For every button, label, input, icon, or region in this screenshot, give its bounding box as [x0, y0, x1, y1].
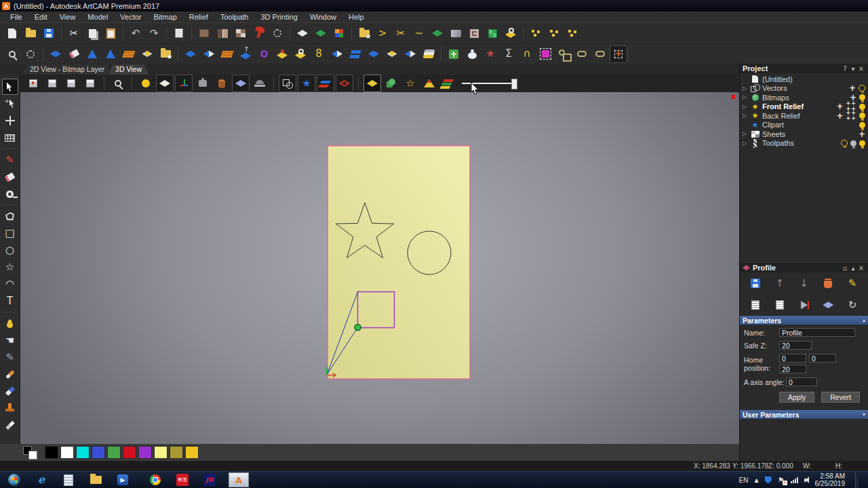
add-layers-icon[interactable]: ++++ [846, 110, 856, 121]
parameters-header[interactable]: Parameters ▴ [740, 316, 868, 325]
home-z-input[interactable] [779, 365, 806, 373]
relief-layers-icon[interactable] [317, 75, 334, 92]
profile-notes-icon[interactable] [771, 296, 789, 314]
calculate-icon[interactable] [747, 296, 764, 314]
white-half-icon[interactable] [401, 45, 419, 63]
smudge-icon[interactable]: ☚ [2, 332, 18, 348]
menu-bitmap[interactable]: Bitmap [148, 13, 183, 21]
weld-vectors-icon[interactable] [555, 45, 572, 63]
show-pyramid-icon[interactable] [420, 75, 438, 92]
color-swatch[interactable] [154, 446, 167, 459]
raise-relief-icon[interactable] [237, 45, 254, 63]
tab-3d-view[interactable]: 3D View [108, 64, 149, 75]
help-icon[interactable]: ? [841, 65, 849, 73]
visibility-bulb-icon[interactable] [859, 122, 865, 128]
create-shape-icon[interactable] [463, 45, 481, 63]
star-icon[interactable]: ☆ [2, 259, 18, 275]
vector-mirror-icon[interactable] [294, 24, 311, 42]
erase-relief-icon[interactable] [2, 383, 18, 399]
primary-secondary-swatch[interactable] [23, 445, 43, 460]
menu-help[interactable]: Help [342, 13, 370, 21]
arch-tool-icon[interactable]: ∩ [518, 45, 536, 63]
redo-icon[interactable]: ↷ [145, 24, 163, 42]
artcam-taskbar-button[interactable]: A [228, 472, 250, 487]
home-y-input[interactable] [809, 354, 836, 363]
view-side-icon[interactable] [62, 75, 80, 92]
show-vectors-icon[interactable] [382, 75, 400, 92]
menu-view[interactable]: View [54, 13, 82, 21]
material-block-icon[interactable] [213, 75, 231, 92]
menu-model[interactable]: Model [81, 13, 114, 21]
interactive-sculpting-icon[interactable] [447, 24, 465, 42]
show-material-icon[interactable] [363, 75, 381, 92]
erase-vector-icon[interactable] [2, 169, 18, 185]
color-swatch[interactable] [170, 446, 183, 459]
nest-vectors-icon[interactable] [527, 24, 545, 42]
menu-window[interactable]: Window [304, 13, 342, 21]
trim-vectors-icon[interactable]: ✂ [392, 24, 410, 42]
zoom-objects-icon[interactable] [3, 45, 21, 63]
file-explorer-button[interactable] [87, 472, 104, 487]
offset-yellow-icon[interactable] [502, 24, 519, 42]
calculator-button[interactable] [60, 472, 77, 487]
find-clipart-icon[interactable]: ☆ [401, 75, 419, 92]
close-icon[interactable]: × [857, 264, 865, 272]
notes-icon[interactable] [170, 24, 188, 42]
show-layers-icon[interactable] [439, 75, 457, 92]
visibility-bulb-icon[interactable] [841, 140, 848, 146]
jd-button[interactable]: JD [201, 472, 218, 487]
view-front-icon[interactable] [81, 75, 99, 92]
expand-arrow-icon[interactable]: ▷ [741, 85, 748, 92]
rotate-objects-icon[interactable] [22, 45, 39, 63]
color-swatch[interactable] [138, 446, 152, 459]
add-icon[interactable]: + [837, 102, 844, 110]
paint-relief-icon[interactable] [2, 315, 18, 331]
a-axis-input[interactable] [786, 378, 817, 386]
node-editing-icon[interactable] [2, 96, 18, 112]
pin-icon[interactable]: ▾ [849, 65, 857, 73]
weave-flat-icon[interactable] [218, 45, 236, 63]
cut-icon[interactable]: ✂ [65, 24, 83, 42]
close-icon[interactable]: × [857, 65, 865, 73]
sculpt-cones-icon[interactable] [102, 45, 119, 63]
expand-arrow-icon[interactable]: ▷ [741, 140, 748, 146]
relief-clipart-icon[interactable] [157, 45, 174, 63]
measure-icon[interactable] [2, 186, 18, 202]
expand-arrow-icon[interactable]: ▷ [741, 113, 748, 119]
color-swatch[interactable] [185, 446, 199, 459]
transform-mode-icon[interactable] [610, 45, 627, 63]
menu-vector[interactable]: Vector [114, 13, 147, 21]
color-swatch[interactable] [107, 446, 121, 459]
visibility-bulb-icon[interactable] [859, 104, 865, 110]
node-handle[interactable] [355, 325, 361, 331]
menu-toolpath[interactable]: Toolpath [214, 13, 255, 21]
fit-arcs-icon[interactable]: ~ [410, 24, 428, 42]
ring-purple-icon[interactable] [255, 45, 273, 63]
zoom-view-icon[interactable] [109, 75, 127, 92]
split-layers-icon[interactable] [347, 45, 364, 63]
export-profile-icon[interactable] [795, 296, 813, 314]
action-center-flag-icon[interactable]: ⚑ [778, 476, 785, 484]
tree-item-vectors[interactable]: ▷ Vectors + [741, 84, 868, 94]
visibility-bulb-icon[interactable] [859, 140, 865, 146]
sweep-profile-icon[interactable]: Σ [500, 45, 517, 63]
collapse-icon[interactable]: ▴ [849, 264, 857, 272]
show-desktop-button[interactable] [855, 472, 859, 488]
open-file-icon[interactable] [22, 24, 39, 42]
offset-relief-icon[interactable] [429, 24, 446, 42]
clock[interactable]: 2:58 AM 6/25/2019 [815, 472, 846, 487]
visibility-bulb-icon[interactable] [859, 94, 865, 100]
airbrush-icon[interactable]: ✎ [2, 349, 18, 365]
paste-region-icon[interactable] [536, 45, 554, 63]
draw-plane-icon[interactable] [156, 75, 174, 92]
toggle-origin-icon[interactable] [175, 75, 193, 92]
arc-icon[interactable]: ◠ [2, 276, 18, 292]
copy-icon[interactable] [83, 24, 101, 42]
dock-icon[interactable]: ▫ [841, 264, 849, 272]
move-down-icon[interactable]: ↓ [795, 274, 813, 292]
shape-editor-icon[interactable] [47, 45, 64, 63]
star-relief-icon[interactable] [383, 45, 401, 63]
preview-shape-icon[interactable] [279, 75, 296, 92]
envelope-distort-icon[interactable] [2, 129, 18, 146]
edit-profile-icon[interactable]: ✎ [844, 274, 861, 292]
